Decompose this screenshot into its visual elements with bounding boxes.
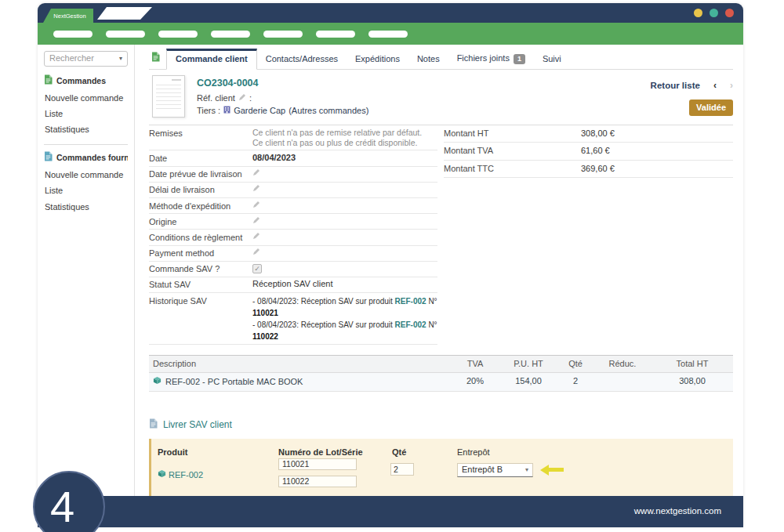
amount-row-montant-tva: Montant TVA61,60 € xyxy=(444,143,733,160)
app-window: NextGestion Rechercher ▾ CommandesNouvel… xyxy=(38,3,743,527)
document-thumbnail[interactable] xyxy=(152,75,185,118)
amount-value: 61,60 € xyxy=(581,146,610,156)
lines-table: DescriptionTVAP.U. HTQtéRéduc.Total HTRE… xyxy=(149,355,733,391)
sidebar-item-statistiques[interactable]: Statistiques xyxy=(44,122,128,138)
column-header-p-u-ht: P.U. HT xyxy=(499,359,557,369)
column-header-tva: TVA xyxy=(451,359,499,369)
warehouse-select[interactable]: Entrepôt B▾ xyxy=(457,463,533,477)
tab-fichiers-joints[interactable]: Fichiers joints1 xyxy=(448,49,534,69)
tab-suivi[interactable]: Suivi xyxy=(534,49,570,69)
edit-pencil-icon[interactable] xyxy=(238,93,246,103)
lot-serial-input[interactable] xyxy=(278,476,357,487)
screenshot-stage: NextGestion Rechercher ▾ CommandesNouvel… xyxy=(0,0,784,532)
product-cube-icon xyxy=(153,376,162,387)
deliver-sav-section-title: Livrer SAV client xyxy=(149,418,733,431)
field-value xyxy=(252,232,437,242)
yellow-light[interactable] xyxy=(694,9,702,17)
brand-tab[interactable]: NextGestion xyxy=(43,9,93,23)
field-row-historique-sav: Historique SAV- 08/04/2023: Réception SA… xyxy=(149,293,437,345)
next-record-icon[interactable]: › xyxy=(730,80,733,91)
tab-label: Notes xyxy=(417,54,440,63)
field-label: Payment method xyxy=(149,248,252,259)
field-row-date-pr-vue-de-livraison: Date prévue de livraison xyxy=(149,167,437,183)
tab-commande-client[interactable]: Commande client xyxy=(166,49,257,70)
tiers-link[interactable]: Garderie Cap xyxy=(234,106,285,116)
sidebar-section-commandes-fournis[interactable]: Commandes fournis... xyxy=(44,151,128,164)
product-ref-link[interactable]: REF-002 xyxy=(395,297,426,306)
teal-light[interactable] xyxy=(710,9,718,17)
menu-pill[interactable] xyxy=(368,31,408,38)
deliver-sav-label: Livrer SAV client xyxy=(163,419,232,430)
sidebar-section-commandes[interactable]: Commandes xyxy=(44,74,128,87)
line-cell: 154,00 xyxy=(499,376,557,387)
tab-exp-ditions[interactable]: Expéditions xyxy=(347,49,408,69)
sidebar-item-nouvelle-commande[interactable]: Nouvelle commande xyxy=(44,91,128,107)
detail-columns: RemisesCe client n'a pas de remise relat… xyxy=(149,125,733,345)
tab-notes[interactable]: Notes xyxy=(408,49,448,69)
product-ref-link[interactable]: REF-002 xyxy=(395,320,426,329)
main-content: Commande clientContacts/AdressesExpéditi… xyxy=(135,45,743,496)
field-value xyxy=(252,184,437,194)
menu-pill[interactable] xyxy=(316,31,355,38)
field-value xyxy=(252,168,437,179)
sidebar-item-statistiques[interactable]: Statistiques xyxy=(44,199,128,215)
search-placeholder: Rechercher xyxy=(49,53,94,63)
menu-pill[interactable] xyxy=(53,31,93,38)
lot-serial-input[interactable] xyxy=(278,458,357,470)
line-product-link[interactable]: REF-002 - PC Portable MAC BOOK xyxy=(165,377,303,387)
delivery-document-icon xyxy=(149,418,158,431)
field-label: Origine xyxy=(149,216,252,227)
column-header-total-ht: Total HT xyxy=(652,359,733,369)
line-cell xyxy=(593,376,652,387)
edit-pencil-icon[interactable] xyxy=(252,184,260,194)
sidebar-section-title: Commandes fournis... xyxy=(56,153,128,163)
back-to-list-link[interactable]: Retour liste xyxy=(651,81,700,90)
tab-label: Contacts/Adresses xyxy=(266,54,338,63)
line-cell: 308,00 xyxy=(652,376,733,387)
field-label: Délai de livraison xyxy=(149,184,252,195)
tiers-other-orders-link[interactable]: (Autres commandes) xyxy=(289,106,368,116)
sidebar-item-nouvelle-commande[interactable]: Nouvelle commande xyxy=(44,168,128,183)
field-label: Commande SAV ? xyxy=(149,263,252,274)
sav-checkbox[interactable]: ✓ xyxy=(252,264,262,273)
red-light[interactable] xyxy=(725,9,734,17)
field-row-m-thode-d-exp-dition: Méthode d'expédition xyxy=(149,198,437,214)
edit-pencil-icon[interactable] xyxy=(252,168,260,178)
sav-product-ref-link[interactable]: REF-002 xyxy=(169,470,203,480)
menu-pill[interactable] xyxy=(158,31,198,38)
order-banner: CO2304-0004 Réf. client : Tiers : Garder… xyxy=(149,70,733,125)
tab-label: Suivi xyxy=(543,54,561,63)
menu-pill[interactable] xyxy=(211,31,250,38)
footer-url: www.nextgestion.com xyxy=(634,506,721,517)
step-number: 4 xyxy=(50,480,74,532)
sidebar-item-liste[interactable]: Liste xyxy=(44,107,128,122)
tab-bar: Commande clientContacts/AdressesExpéditi… xyxy=(149,45,733,70)
amount-label: Montant TTC xyxy=(444,164,581,174)
main-menubar xyxy=(38,23,743,45)
lot-column-label: Numéro de Lot/Série xyxy=(278,447,363,457)
produit-column-label: Produit xyxy=(158,447,188,457)
sidebar-section-title: Commandes xyxy=(56,76,106,86)
edit-pencil-icon[interactable] xyxy=(252,201,260,210)
redacted-tab[interactable] xyxy=(97,7,152,20)
edit-pencil-icon[interactable] xyxy=(252,216,260,226)
amount-value: 369,60 € xyxy=(581,164,615,174)
field-label: Statut SAV xyxy=(149,279,252,290)
warehouse-value: Entrepôt B xyxy=(462,465,503,475)
amounts-table: Montant HT308,00 €Montant TVA61,60 €Mont… xyxy=(444,125,733,345)
edit-pencil-icon[interactable] xyxy=(252,248,260,257)
field-row-remises: RemisesCe client n'a pas de remise relat… xyxy=(149,125,437,150)
body-row: Rechercher ▾ CommandesNouvelle commandeL… xyxy=(38,45,743,496)
field-label: Méthode d'expédition xyxy=(149,201,252,212)
qty-input[interactable] xyxy=(390,463,414,476)
edit-pencil-icon[interactable] xyxy=(252,232,260,241)
sidebar-item-liste[interactable]: Liste xyxy=(44,183,128,199)
previous-record-icon[interactable]: ‹ xyxy=(713,80,717,91)
chevron-down-icon: ▾ xyxy=(525,466,528,474)
traffic-lights xyxy=(694,9,734,17)
line-cell: 20% xyxy=(451,376,499,387)
tab-contacts-adresses[interactable]: Contacts/Adresses xyxy=(257,49,347,69)
menu-pill[interactable] xyxy=(106,31,145,38)
menu-pill[interactable] xyxy=(263,31,303,38)
search-input[interactable]: Rechercher ▾ xyxy=(44,51,128,67)
